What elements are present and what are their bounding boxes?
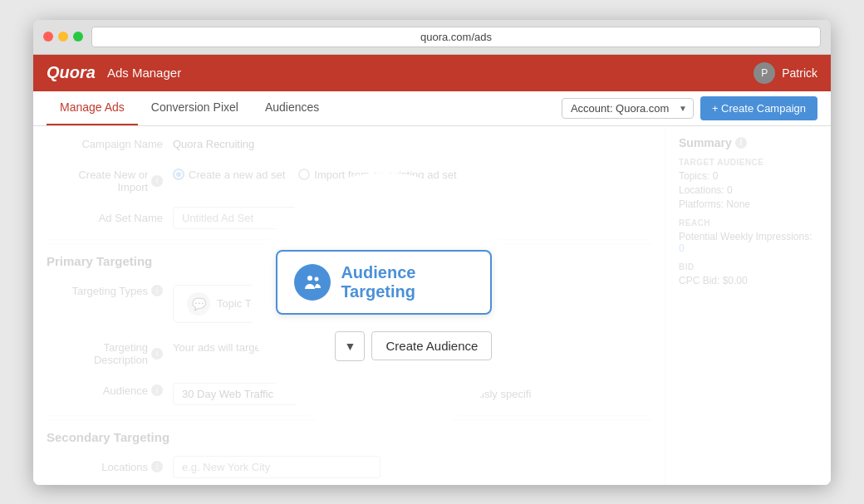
reach-section-label: REACH bbox=[679, 218, 817, 228]
quora-logo: Quora bbox=[47, 63, 96, 82]
ad-set-name-row: Ad Set Name bbox=[47, 200, 651, 236]
radio-import[interactable]: Import from an existing ad set bbox=[298, 169, 456, 181]
targeting-description-text: Your ads will target members of a bbox=[173, 336, 332, 354]
audience-info-icon[interactable]: i bbox=[151, 384, 163, 396]
radio-create-new-label: Create a new ad set bbox=[189, 169, 285, 181]
ad-set-name-input[interactable] bbox=[173, 207, 405, 229]
browser-window: quora.com/ads Quora Ads Manager P Patric… bbox=[33, 20, 831, 485]
summary-topics: Topics: 0 bbox=[679, 170, 817, 182]
locations-info-icon[interactable]: i bbox=[151, 461, 163, 472]
account-select[interactable]: Account: Quora.com bbox=[562, 98, 694, 119]
main-layout: Campaign Name Quora Recruiting Create Ne… bbox=[33, 126, 831, 485]
summary-panel: Summary i TARGET AUDIENCE Topics: 0 Loca… bbox=[665, 126, 831, 485]
summary-locations: Locations: 0 bbox=[679, 184, 817, 196]
bid-section-label: BID bbox=[679, 262, 817, 272]
ads-manager-label: Ads Manager bbox=[107, 66, 181, 80]
targeting-types-row: Targeting Types i 💬 Topic Targeting bbox=[47, 273, 651, 330]
create-campaign-button[interactable]: + Create Campaign bbox=[700, 96, 817, 120]
topic-targeting-icon: 💬 bbox=[187, 292, 210, 316]
dot-yellow[interactable] bbox=[58, 32, 68, 42]
ad-set-name-label: Ad Set Name bbox=[47, 207, 163, 224]
create-import-info-icon[interactable]: i bbox=[151, 175, 163, 187]
app-content: Quora Ads Manager P Patrick Manage Ads C… bbox=[33, 55, 831, 485]
browser-url-bar[interactable]: quora.com/ads bbox=[91, 27, 821, 47]
targeting-description-info-icon[interactable]: i bbox=[151, 348, 163, 360]
radio-create-new-dot bbox=[173, 169, 184, 180]
radio-create-new[interactable]: Create a new ad set bbox=[173, 169, 285, 181]
targeting-types-label: Targeting Types i bbox=[47, 280, 163, 297]
locations-label: Locations i bbox=[47, 456, 163, 473]
account-select-wrapper: Account: Quora.com bbox=[562, 98, 694, 119]
locations-input[interactable] bbox=[173, 456, 380, 478]
browser-dots bbox=[43, 32, 83, 42]
create-new-import-label: Create New or Import i bbox=[47, 164, 163, 193]
sub-nav-tabs: Manage Ads Conversion Pixel Audiences bbox=[47, 91, 332, 125]
targeting-options: 💬 Topic Targeting bbox=[173, 280, 303, 323]
tab-manage-ads[interactable]: Manage Ads bbox=[47, 91, 138, 125]
nav-right: P Patrick bbox=[754, 62, 817, 84]
radio-group: Create a new ad set Import from an exist… bbox=[173, 164, 457, 181]
summary-info-icon[interactable]: i bbox=[735, 137, 747, 149]
target-audience-section-label: TARGET AUDIENCE bbox=[679, 158, 817, 167]
browser-titlebar: quora.com/ads bbox=[33, 20, 831, 55]
audience-select-wrapper: 30 Day Web Traffic an audience that you … bbox=[173, 379, 531, 405]
audience-select[interactable]: 30 Day Web Traffic bbox=[173, 383, 339, 405]
secondary-targeting-header: Secondary Targeting bbox=[47, 419, 651, 449]
campaign-name-label: Campaign Name bbox=[47, 133, 163, 150]
top-nav: Quora Ads Manager P Patrick bbox=[33, 55, 831, 91]
impressions-value: 0 bbox=[679, 242, 685, 254]
summary-platforms: Platforms: None bbox=[679, 198, 817, 210]
campaign-name-value: Quora Recruiting bbox=[173, 133, 254, 150]
campaign-name-row: Campaign Name Quora Recruiting bbox=[47, 126, 651, 157]
radio-import-dot bbox=[298, 169, 310, 180]
user-avatar: P bbox=[754, 62, 775, 84]
targeting-types-info-icon[interactable]: i bbox=[151, 285, 163, 296]
summary-title: Summary i bbox=[679, 136, 817, 149]
dot-red[interactable] bbox=[43, 32, 53, 42]
topic-targeting-label: Topic Targeting bbox=[217, 297, 289, 310]
topic-targeting-card[interactable]: 💬 Topic Targeting bbox=[173, 285, 303, 323]
summary-impressions: Potential Weekly Impressions: 0 bbox=[679, 231, 817, 254]
sub-nav-right: Account: Quora.com + Create Campaign bbox=[562, 96, 817, 120]
tab-conversion-pixel[interactable]: Conversion Pixel bbox=[138, 91, 252, 125]
audience-row: Audience i 30 Day Web Traffic an audienc… bbox=[47, 373, 651, 412]
summary-cpc-bid: CPC Bid: $0.00 bbox=[679, 275, 817, 286]
user-name: Patrick bbox=[782, 66, 817, 80]
targeting-description-row: Targeting Description i Your ads will ta… bbox=[47, 330, 651, 373]
nav-left: Quora Ads Manager bbox=[47, 63, 181, 82]
sub-nav: Manage Ads Conversion Pixel Audiences Ac… bbox=[33, 91, 831, 126]
audience-label: Audience i bbox=[47, 379, 163, 397]
radio-import-label: Import from an existing ad set bbox=[314, 169, 456, 181]
tab-audiences[interactable]: Audiences bbox=[252, 91, 332, 125]
create-new-import-row: Create New or Import i Create a new ad s… bbox=[47, 157, 651, 200]
dot-green[interactable] bbox=[73, 32, 83, 42]
locations-row: Locations i bbox=[47, 449, 651, 485]
audience-description-partial: an audience that you previously specifi bbox=[346, 388, 531, 400]
primary-targeting-header: Primary Targeting bbox=[47, 243, 651, 273]
form-area: Campaign Name Quora Recruiting Create Ne… bbox=[33, 126, 665, 485]
targeting-description-label: Targeting Description i bbox=[47, 336, 163, 366]
